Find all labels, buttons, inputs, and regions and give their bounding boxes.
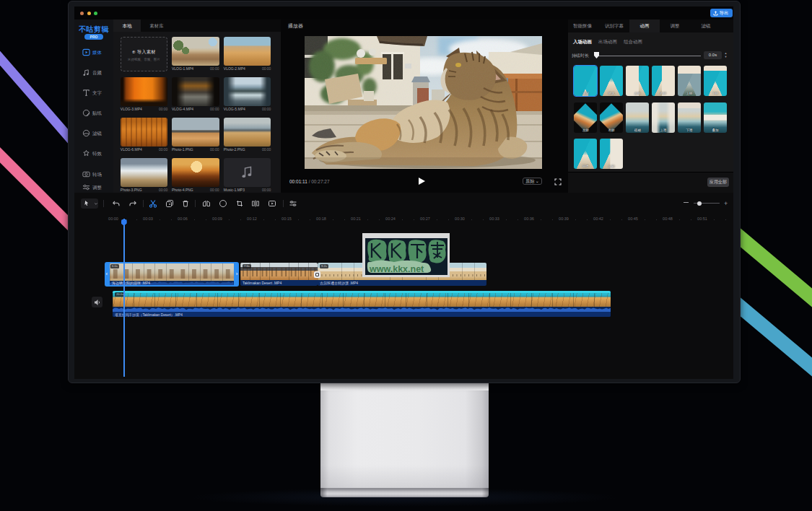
svg-text:www.kkx.net: www.kkx.net [369, 264, 424, 274]
